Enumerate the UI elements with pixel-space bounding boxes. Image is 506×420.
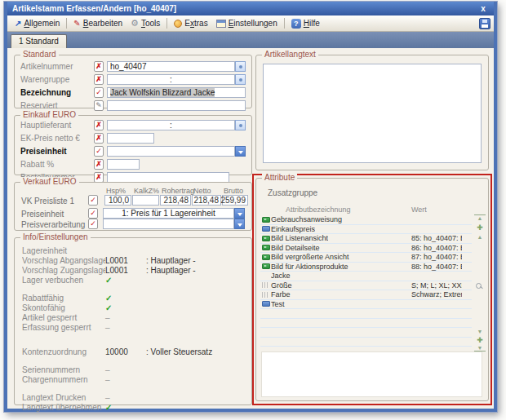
edit-icon: ✎	[73, 20, 80, 28]
rohertrag-input[interactable]: 218,48	[160, 195, 191, 206]
attribute-row-empty[interactable]	[260, 309, 472, 319]
menu-item-allgemein[interactable]: ↗ Allgemein	[11, 18, 64, 29]
info-row: Langtext übernehmen✓	[15, 402, 251, 412]
info-row: Lager verbuchen✓	[15, 275, 251, 285]
menu-item-hilfe[interactable]: ? Hilfe	[287, 18, 324, 29]
attribute-list: Gebrauchsanweisung Einkaufspreis Bild Li…	[260, 215, 472, 347]
menu-label: Hilfe	[304, 19, 320, 28]
scroll-bottom-icon[interactable]: ▼	[474, 345, 486, 351]
preiseinheit-select[interactable]: 1: Preis für 1 Lagereinheit	[103, 208, 234, 219]
attribute-row[interactable]: GrößeS; M; L; XL; XXL	[260, 281, 472, 291]
attribute-row[interactable]: Einkaufspreis	[260, 225, 472, 235]
gear-icon: ⚙	[131, 19, 139, 28]
warengruppe-input[interactable]: :	[107, 74, 235, 85]
hauptlieferant-input[interactable]: :	[107, 120, 235, 130]
hsp-input[interactable]: 100,0	[104, 195, 131, 206]
preiseinheit-label: Preiseinheit	[20, 147, 94, 156]
langtext-textarea[interactable]	[263, 64, 482, 163]
menu-item-extras[interactable]: Extras	[170, 18, 211, 29]
bezeichnung-input[interactable]: Jack Wolfskin Blizzard Jacke	[107, 87, 246, 98]
ek-preis-label: EK-Preis netto €	[20, 134, 94, 143]
add-row-icon[interactable]: ✚	[474, 224, 486, 232]
rabatt-input[interactable]	[107, 159, 140, 170]
group-langtext: Artikellangtext	[255, 55, 489, 170]
col-header-brutto: Brutto	[224, 187, 243, 195]
bars-icon	[260, 282, 271, 288]
lookup-button[interactable]	[235, 120, 246, 130]
dropdown-button[interactable]	[235, 146, 246, 157]
menu-label: Allgemein	[24, 19, 60, 28]
content-panel: Standard Artikelnummer ✗ ho_40407 Wareng…	[7, 48, 494, 409]
dropdown-button[interactable]	[234, 219, 245, 229]
menu-item-tools[interactable]: ⚙ Tools	[126, 18, 164, 29]
app-window: Artikelstamm Erfassen/Ändern [ho_40407] …	[4, 2, 497, 412]
separator	[284, 18, 285, 29]
menu-label: Bearbeiten	[83, 19, 122, 28]
lookup-button[interactable]	[235, 74, 246, 85]
check-edit-icon: ✓	[88, 208, 98, 219]
brutto-input[interactable]: 259,99	[222, 195, 248, 206]
help-icon: ?	[291, 19, 301, 29]
magnifier-icon[interactable]	[476, 283, 483, 290]
attribute-row[interactable]: Gebrauchsanweisung	[260, 215, 472, 225]
info-row: Seriennummern–	[15, 365, 251, 374]
attribute-row[interactable]: Bild Detailseite86: ho_40407: Bild Detai…	[260, 244, 472, 254]
group-title: Info/Einstellungen	[20, 232, 91, 241]
col-header-netto: Netto	[193, 187, 211, 195]
bezeichnung-label: Bezeichnung	[20, 88, 94, 97]
close-button[interactable]: x	[477, 4, 489, 13]
attr-col-value-header: Wert	[411, 206, 427, 214]
attribute-row-empty[interactable]	[260, 338, 472, 347]
value-icon	[260, 301, 271, 307]
media-icon	[260, 254, 271, 260]
scroll-down-icon[interactable]: ▼	[474, 329, 486, 334]
info-row: Artikel gesperrt–	[15, 312, 251, 322]
save-icon[interactable]	[479, 18, 490, 29]
col-header-rohertrag: Rohertrag	[162, 187, 194, 195]
external-arrow-icon: ↗	[15, 20, 21, 28]
scroll-top-icon[interactable]: ▲	[474, 214, 486, 221]
kalkz-input[interactable]	[132, 195, 159, 206]
attribute-row[interactable]: Bild vergrößerte Ansicht87: ho_40407: Bi…	[260, 253, 472, 263]
dropdown-button[interactable]	[234, 208, 245, 219]
attribute-row[interactable]: FarbeSchwarz; Extrem Rot; Extre	[260, 290, 472, 300]
dash-mark: –	[105, 313, 146, 322]
info-row: Erfassung gesperrt–	[15, 322, 251, 332]
rabatt-label: Rabatt %	[20, 160, 94, 169]
preiseinheit-select[interactable]	[107, 146, 235, 157]
attribute-row[interactable]: Bild Listenansicht85: ho_40407: Bild Lis…	[260, 234, 472, 244]
titlebar: Artikelstamm Erfassen/Ändern [ho_40407] …	[7, 2, 494, 15]
check-edit-icon: ✓	[88, 219, 98, 229]
info-row: Langtext Drucken–	[15, 392, 251, 402]
warengruppe-label: Warengruppe	[20, 75, 94, 84]
menu-item-einstellungen[interactable]: Einstellungen	[212, 18, 282, 29]
attribute-row[interactable]: Test	[260, 300, 472, 310]
group-title: Verkauf EURO	[20, 177, 79, 186]
netto-input[interactable]: 218,48	[192, 195, 221, 206]
attribute-value-area[interactable]	[261, 351, 482, 397]
menu-label: Tools	[141, 19, 160, 28]
mandatory-x-icon: ✗	[94, 61, 104, 72]
menu-label: Einstellungen	[229, 19, 277, 28]
col-header-kalkz: KalkZ%	[134, 187, 159, 195]
attribute-row[interactable]: Bild für Aktionsprodukte88: ho_40407: Bi…	[260, 263, 472, 272]
add-row-icon[interactable]: ✚	[474, 337, 486, 344]
mandatory-x-icon: ✗	[94, 74, 104, 85]
tab-standard[interactable]: 1 Standard	[11, 34, 67, 48]
lookup-button[interactable]	[235, 61, 246, 72]
value-icon	[260, 226, 271, 232]
attribute-row[interactable]: Jacke	[260, 272, 472, 281]
artikelnummer-input[interactable]: ho_40407	[107, 61, 235, 72]
check-mark: ✓	[105, 403, 146, 412]
vk-preisliste-label: VK Preisliste 1	[21, 197, 74, 206]
media-icon	[260, 217, 271, 223]
attribute-row-empty[interactable]	[260, 328, 472, 338]
menu-item-bearbeiten[interactable]: ✎ Bearbeiten	[69, 18, 126, 29]
pencil-icon: ✎	[94, 100, 104, 111]
scroll-up-icon[interactable]: ▲	[474, 234, 486, 240]
reserviert-input[interactable]	[107, 100, 246, 111]
media-icon	[260, 236, 271, 241]
ek-preis-input[interactable]	[107, 133, 154, 144]
attribute-row-empty[interactable]	[260, 319, 472, 329]
preisverarbeitung-select[interactable]	[103, 219, 234, 229]
